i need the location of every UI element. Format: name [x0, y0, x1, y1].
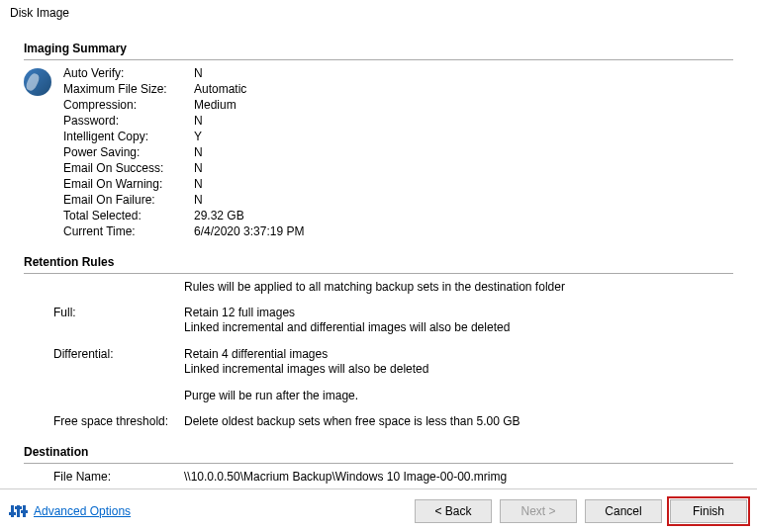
full-line1: Retain 12 full images	[184, 306, 733, 320]
label-full: Full:	[24, 306, 184, 335]
retention-intro: Rules will be applied to all matching ba…	[184, 280, 733, 294]
value-current-time: 6/4/2020 3:37:19 PM	[194, 224, 304, 239]
full-line2: Linked incremental and differential imag…	[184, 320, 733, 335]
value-email-failure: N	[194, 193, 304, 208]
diff-line2: Linked incremental images will also be d…	[184, 362, 733, 377]
value-auto-verify: N	[194, 66, 304, 81]
label-email-success: Email On Success:	[63, 161, 194, 176]
label-email-warning: Email On Warning:	[63, 177, 194, 192]
value-max-file-size: Automatic	[194, 82, 304, 97]
value-power-saving: N	[194, 145, 304, 160]
label-current-time: Current Time:	[63, 224, 194, 239]
advanced-options-link[interactable]: Advanced Options	[34, 504, 131, 518]
label-differential: Differential:	[24, 347, 184, 377]
value-file-name: \\10.0.0.50\Macrium Backup\Windows 10 Im…	[184, 470, 733, 484]
free-space-value: Delete oldest backup sets when free spac…	[184, 414, 733, 429]
next-button: Next >	[500, 499, 577, 523]
value-total-selected: 29.32 GB	[194, 209, 304, 223]
window-title: Disk Image	[0, 0, 757, 30]
sliders-icon	[10, 502, 28, 520]
label-power-saving: Power Saving:	[63, 145, 194, 160]
content-scroll[interactable]: Imaging Summary Auto Verify: N Maximum F…	[10, 30, 747, 488]
cancel-button[interactable]: Cancel	[585, 499, 662, 523]
value-compression: Medium	[194, 98, 304, 113]
label-intelligent-copy: Intelligent Copy:	[63, 130, 194, 144]
summary-grid: Auto Verify: N Maximum File Size: Automa…	[63, 66, 304, 239]
label-auto-verify: Auto Verify:	[63, 66, 194, 81]
finish-button[interactable]: Finish	[670, 499, 747, 523]
diff-line1: Retain 4 differential images	[184, 347, 733, 362]
label-password: Password:	[63, 114, 194, 129]
value-intelligent-copy: Y	[194, 130, 304, 144]
label-compression: Compression:	[63, 98, 194, 113]
retention-purge: Purge will be run after the image.	[184, 389, 733, 402]
value-password: N	[194, 114, 304, 129]
label-email-failure: Email On Failure:	[63, 193, 194, 208]
disk-icon	[24, 68, 51, 96]
back-button[interactable]: < Back	[415, 499, 492, 523]
label-file-name: File Name:	[24, 470, 184, 484]
value-email-success: N	[194, 161, 304, 176]
section-retention-rules: Retention Rules	[24, 251, 733, 274]
label-free-space: Free space threshold:	[24, 414, 184, 429]
footer-bar: Advanced Options < Back Next > Cancel Fi…	[0, 488, 757, 532]
label-max-file-size: Maximum File Size:	[63, 82, 194, 97]
value-email-warning: N	[194, 177, 304, 192]
section-destination: Destination	[24, 441, 733, 464]
section-imaging-summary: Imaging Summary	[24, 38, 733, 60]
label-total-selected: Total Selected:	[63, 209, 194, 223]
